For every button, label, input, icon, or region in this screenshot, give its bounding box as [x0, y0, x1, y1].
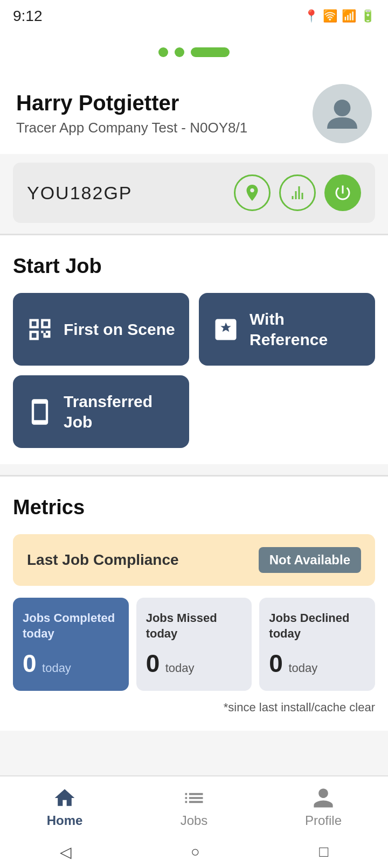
battery-icon: 🔋 — [361, 9, 375, 23]
profile-company: Tracer App Company Test - N0OY8/1 — [16, 120, 247, 136]
signal-bars-icon — [288, 183, 307, 202]
jobs-completed-today: today — [42, 661, 71, 675]
jobs-declined-value: 0 — [269, 649, 283, 678]
recent-button[interactable]: □ — [319, 843, 328, 860]
start-job-section: Start Job First on Scene With Reference … — [0, 235, 388, 464]
jobs-completed-title: Jobs Completed today — [23, 611, 119, 641]
wifi-icon: 🛜 — [323, 9, 337, 23]
jobs-completed-value: 0 — [23, 649, 37, 678]
jobs-missed-card: Jobs Missed today 0 today — [136, 598, 252, 691]
nav-profile-label: Profile — [305, 813, 342, 828]
signal-button[interactable] — [279, 174, 316, 211]
id-actions — [234, 174, 361, 211]
vehicle-id: YOU182GP — [27, 183, 133, 204]
progress-dot-3 — [191, 47, 230, 57]
metrics-section: Metrics Last Job Compliance Not Availabl… — [0, 477, 388, 731]
nav-home[interactable]: Home — [0, 786, 129, 828]
profile-icon — [311, 786, 335, 810]
location-button[interactable] — [234, 174, 271, 211]
location-icon — [242, 183, 262, 202]
nav-home-label: Home — [47, 813, 83, 828]
first-on-scene-label: First on Scene — [64, 319, 175, 340]
profile-section: Harry Potgietter Tracer App Company Test… — [0, 68, 388, 154]
location-status-icon: 📍 — [304, 9, 318, 23]
jobs-declined-today: today — [288, 661, 317, 675]
compliance-label: Last Job Compliance — [27, 551, 179, 569]
jobs-missed-title: Jobs Missed today — [146, 611, 242, 641]
signal-icon: 📶 — [342, 9, 356, 23]
progress-dot-1 — [158, 47, 168, 57]
progress-dot-2 — [175, 47, 184, 57]
avatar — [313, 84, 372, 143]
metrics-note: *since last install/cache clear — [13, 701, 375, 715]
bottom-nav: Home Jobs Profile — [0, 775, 388, 836]
status-bar: 9:12 📍 🛜 📶 🔋 — [0, 0, 388, 32]
transferred-job-label: Transferred Job — [64, 391, 176, 432]
transfer-icon — [26, 398, 54, 426]
jobs-declined-title: Jobs Declined today — [269, 611, 365, 641]
first-on-scene-button[interactable]: First on Scene — [13, 293, 189, 366]
jobs-declined-card: Jobs Declined today 0 today — [259, 598, 375, 691]
back-button[interactable]: ◁ — [60, 843, 72, 861]
nav-jobs[interactable]: Jobs — [129, 786, 259, 828]
compliance-badge: Not Available — [259, 547, 361, 573]
qr-icon — [26, 316, 54, 344]
nav-jobs-label: Jobs — [181, 813, 208, 828]
system-nav: ◁ ○ □ — [0, 836, 388, 868]
job-buttons-grid: First on Scene With Reference Transferre… — [13, 293, 375, 448]
profile-name: Harry Potgietter — [16, 91, 247, 115]
jobs-missed-today: today — [165, 661, 195, 675]
svg-point-0 — [334, 100, 351, 116]
metrics-title: Metrics — [13, 496, 375, 519]
home-button[interactable]: ○ — [191, 843, 200, 860]
power-icon — [333, 183, 352, 202]
start-job-title: Start Job — [13, 255, 375, 278]
transferred-job-button[interactable]: Transferred Job — [13, 375, 189, 448]
status-time: 9:12 — [13, 8, 43, 25]
jobs-missed-value: 0 — [146, 649, 160, 678]
status-icons: 📍 🛜 📶 🔋 — [304, 9, 375, 23]
profile-info: Harry Potgietter Tracer App Company Test… — [16, 91, 247, 136]
home-icon — [53, 786, 77, 810]
avatar-icon — [323, 95, 361, 132]
jobs-completed-card: Jobs Completed today 0 today — [13, 598, 129, 691]
id-card: YOU182GP — [13, 163, 375, 223]
metrics-grid: Jobs Completed today 0 today Jobs Missed… — [13, 598, 375, 691]
power-button[interactable] — [324, 174, 361, 211]
reference-icon — [212, 316, 240, 344]
with-reference-button[interactable]: With Reference — [199, 293, 375, 366]
with-reference-label: With Reference — [250, 309, 362, 349]
nav-profile[interactable]: Profile — [259, 786, 388, 828]
jobs-icon — [182, 786, 206, 810]
compliance-card: Last Job Compliance Not Available — [13, 534, 375, 586]
progress-dots — [0, 32, 388, 68]
